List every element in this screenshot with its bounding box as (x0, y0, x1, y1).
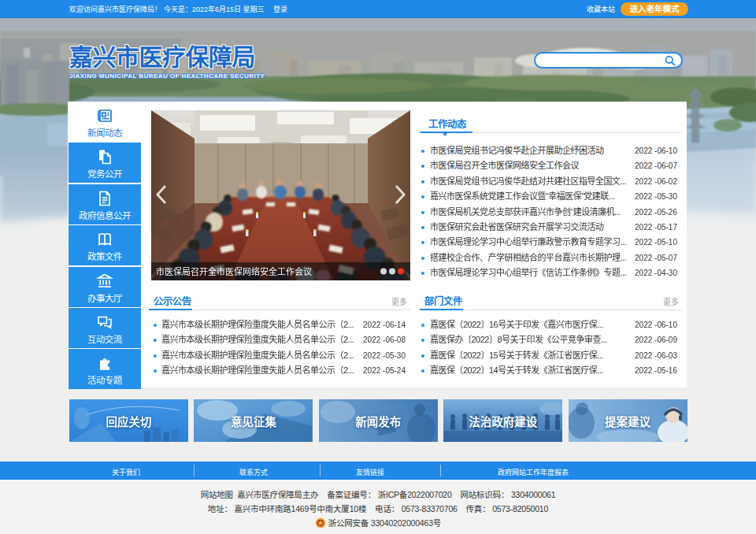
svg-text:市医保局召开全市医保网络安全工作会议: 市医保局召开全市医保网络安全工作会议 (156, 266, 312, 276)
